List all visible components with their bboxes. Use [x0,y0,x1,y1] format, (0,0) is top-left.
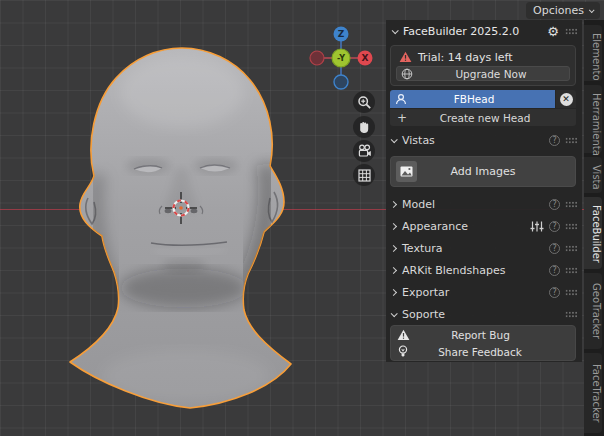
chevron-right-icon [390,201,397,208]
section-grip-icon[interactable] [565,289,578,296]
section-grip-icon[interactable] [565,201,578,208]
tab-geotracker[interactable]: GeoTracker [584,273,602,349]
warning-icon [397,329,410,341]
warning-icon [399,51,412,63]
pan-hand-icon [357,120,371,134]
section-grip-icon[interactable] [565,311,578,318]
trial-message: Trial: 14 days left [418,51,512,64]
chevron-down-icon [392,27,399,34]
section-exportar[interactable]: Exportar ? [391,285,578,300]
share-feedback-label: Share Feedback [409,346,575,358]
section-grip-icon[interactable] [565,267,578,274]
help-icon[interactable]: ? [549,287,560,298]
options-label: Opciones [533,4,584,17]
section-soporte-label: Soporte [402,308,559,321]
section-arkit-label: ARKit Blendshapes [402,264,543,277]
blender-3d-viewport: Z X -Y [0,0,604,436]
tab-facetracker[interactable]: FaceTracker [584,353,602,433]
chevron-right-icon [390,289,397,296]
section-soporte[interactable]: Soporte [391,307,578,322]
add-images-label: Add Images [417,165,575,178]
fbhead-item-selected[interactable]: FBHead [390,90,555,108]
axis-z-label: Z [338,29,345,39]
lightbulb-icon [397,345,409,358]
grid-ortho-button[interactable] [353,164,375,186]
share-feedback-button[interactable]: Share Feedback [391,343,575,360]
camera-view-button[interactable] [353,140,375,162]
panel-header-facebuilder[interactable]: FaceBuilder 2025.2.0 ⚙ [392,23,578,39]
help-icon[interactable]: ? [549,265,560,276]
delete-head-button[interactable]: ✕ [556,90,576,108]
report-bug-button[interactable]: Report Bug [391,326,575,343]
upgrade-now-button[interactable]: Upgrade Now [396,66,570,81]
section-model[interactable]: Model ? [391,197,578,212]
report-bug-label: Report Bug [410,329,575,341]
trial-alert-box: Trial: 14 days left Upgrade Now [390,45,576,86]
plus-icon: + [390,111,414,125]
section-vistas-label: Vistas [402,134,543,147]
panel-title: FaceBuilder 2025.2.0 [403,25,541,38]
section-grip-icon[interactable] [565,245,578,252]
axis-x-label: X [362,53,369,63]
sidebar-tab-strip: Elemento Herramienta Vista FaceBuilder G… [584,20,604,436]
pan-tool-button[interactable] [353,116,375,138]
create-new-head-button[interactable]: + Create new Head [390,109,576,126]
chevron-down-icon [589,7,595,13]
facebuilder-sidebar-panel: FaceBuilder 2025.2.0 ⚙ Trial: 14 days le… [386,20,582,362]
chevron-right-icon [390,267,397,274]
support-button-group: Report Bug Share Feedback [390,325,576,361]
panel-grip-icon[interactable] [565,28,578,35]
camera-view-icon [357,144,372,158]
chevron-down-icon [391,310,398,317]
section-appearance-label: Appearance [402,220,524,233]
section-textura[interactable]: Textura ? [391,241,578,256]
section-grip-icon[interactable] [565,223,578,230]
globe-icon [401,68,413,80]
axis-neg-x-ball [310,51,324,65]
image-icon [396,161,417,182]
axis-y-label: -Y [337,54,345,63]
user-head-icon [395,93,407,105]
zoom-in-icon [357,95,372,110]
head-item-row: FBHead ✕ [390,90,576,108]
close-icon: ✕ [560,93,573,106]
add-images-button[interactable]: Add Images [390,156,576,187]
chevron-right-icon [390,245,397,252]
axis-navigation-gizmo[interactable]: Z X -Y [309,26,373,90]
section-textura-label: Textura [402,242,543,255]
tab-herramienta[interactable]: Herramienta [584,85,602,153]
sliders-icon[interactable] [530,221,544,232]
help-icon[interactable]: ? [549,221,560,232]
zoom-tool-button[interactable] [353,91,375,113]
grid-ortho-icon [358,169,371,182]
chevron-down-icon [391,136,398,143]
section-arkit-blendshapes[interactable]: ARKit Blendshapes ? [391,263,578,278]
tab-vista[interactable]: Vista [584,157,602,193]
upgrade-now-label: Upgrade Now [413,68,569,80]
section-model-label: Model [402,198,543,211]
chevron-right-icon [390,223,397,230]
help-icon[interactable]: ? [549,135,560,146]
fbhead-label: FBHead [407,93,555,105]
3d-cursor [163,190,199,226]
help-icon[interactable]: ? [549,199,560,210]
gear-icon[interactable]: ⚙ [547,25,559,38]
options-dropdown-button[interactable]: Opciones [526,2,600,19]
section-exportar-label: Exportar [402,286,543,299]
section-vistas[interactable]: Vistas ? [391,133,578,148]
tab-facebuilder[interactable]: FaceBuilder [584,197,602,269]
help-icon[interactable]: ? [549,243,560,254]
tab-elemento[interactable]: Elemento [584,25,602,81]
axis-neg-z-ball [334,75,348,89]
create-new-head-label: Create new Head [414,112,576,124]
section-grip-icon[interactable] [565,137,578,144]
section-appearance[interactable]: Appearance ? [391,219,578,234]
